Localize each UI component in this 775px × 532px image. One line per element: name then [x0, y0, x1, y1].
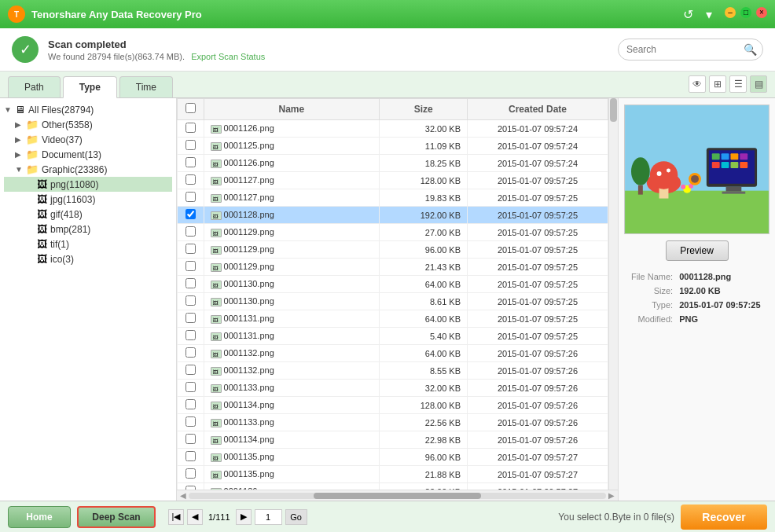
- search-input[interactable]: [618, 39, 763, 61]
- row-checkbox[interactable]: [185, 192, 196, 202]
- table-row[interactable]: 🖼0001134.png22.98 KB2015-01-07 09:57:26: [178, 431, 608, 449]
- tree-item-bmp[interactable]: 🖼 bmp(281): [4, 222, 172, 237]
- table-row[interactable]: 🖼0001134.png128.00 KB2015-01-07 09:57:26: [178, 397, 608, 414]
- deep-scan-button[interactable]: Deep Scan: [77, 506, 156, 528]
- table-row[interactable]: 🖼0001125.png11.09 KB2015-01-07 09:57:24: [178, 138, 608, 155]
- tab-time[interactable]: Time: [119, 76, 173, 97]
- tab-path[interactable]: Path: [8, 76, 61, 97]
- row-checkbox[interactable]: [185, 244, 196, 254]
- table-row[interactable]: 🖼0001129.png21.43 KB2015-01-07 09:57:25: [178, 259, 608, 276]
- row-checkbox[interactable]: [185, 382, 196, 392]
- tree-toggle: [26, 195, 37, 204]
- next-page-button[interactable]: ▶: [236, 509, 252, 525]
- row-checkbox[interactable]: [185, 451, 196, 461]
- row-checkbox[interactable]: [185, 174, 196, 185]
- table-row[interactable]: 🖼0001130.png8.61 KB2015-01-07 09:57:25: [178, 293, 608, 310]
- tree-item-other[interactable]: ▶ 📁 Other(5358): [4, 117, 172, 132]
- row-checkbox[interactable]: [185, 261, 196, 271]
- file-date-cell: 2015-01-07 09:57:26: [468, 362, 608, 380]
- tree-item-tif[interactable]: 🖼 tif(1): [4, 237, 172, 251]
- table-row[interactable]: 🖼0001135.png96.00 KB2015-01-07 09:57:27: [178, 449, 608, 466]
- tree-item-document[interactable]: ▶ 📁 Document(13): [4, 147, 172, 162]
- file-thumbnail-icon: 🖼: [211, 125, 222, 134]
- col-date: Created Date: [468, 99, 608, 120]
- tree-item-png[interactable]: 🖼 png(11080): [4, 177, 172, 192]
- row-checkbox[interactable]: [185, 157, 196, 167]
- file-thumbnail-icon: 🖼: [211, 402, 222, 410]
- row-checkbox[interactable]: [185, 313, 196, 323]
- table-row[interactable]: 🖼0001129.png27.00 KB2015-01-07 09:57:25: [178, 224, 608, 241]
- maximize-button[interactable]: □: [740, 7, 751, 18]
- tree-item-jpg[interactable]: 🖼 jpg(11603): [4, 192, 172, 207]
- file-size-cell: 96.00 KB: [380, 241, 468, 259]
- file-name-cell: 🖼0001130.png: [204, 276, 380, 293]
- table-row[interactable]: 🖼0001129.png96.00 KB2015-01-07 09:57:25: [178, 241, 608, 259]
- prev-page-button[interactable]: ◀: [187, 509, 203, 525]
- table-row[interactable]: 🖼0001133.png32.00 KB2015-01-07 09:57:26: [178, 380, 608, 397]
- row-checkbox[interactable]: [185, 123, 196, 133]
- row-checkbox[interactable]: [185, 330, 196, 340]
- minimize-button[interactable]: –: [725, 7, 736, 18]
- svg-rect-3: [625, 191, 769, 233]
- back-icon[interactable]: ↺: [683, 7, 693, 22]
- view-grid-button[interactable]: ⊞: [709, 75, 726, 93]
- table-row[interactable]: 🖼0001126.png32.00 KB2015-01-07 09:57:24: [178, 120, 608, 138]
- tab-type[interactable]: Type: [63, 76, 117, 98]
- arrow-down-icon[interactable]: ▾: [706, 7, 712, 22]
- table-row[interactable]: 🖼0001130.png64.00 KB2015-01-07 09:57:25: [178, 276, 608, 293]
- table-row[interactable]: 🖼0001127.png128.00 KB2015-01-07 09:57:25: [178, 172, 608, 189]
- row-checkbox[interactable]: [185, 278, 196, 288]
- tree-item-all-files[interactable]: ▼ 🖥 All Files(28794): [4, 102, 172, 117]
- file-date-cell: 2015-01-07 09:57:26: [468, 397, 608, 414]
- row-checkbox[interactable]: [185, 399, 196, 409]
- file-name-cell: 🖼0001129.png: [204, 241, 380, 259]
- row-checkbox[interactable]: [185, 347, 196, 358]
- file-name-cell: 🖼0001134.png: [204, 397, 380, 414]
- view-eye-button[interactable]: 👁: [689, 75, 706, 93]
- row-checkbox[interactable]: [185, 468, 196, 479]
- recover-button[interactable]: Recover: [681, 504, 767, 530]
- tree-item-ico[interactable]: 🖼 ico(3): [4, 251, 172, 266]
- table-row[interactable]: 🖼0001131.png64.00 KB2015-01-07 09:57:25: [178, 310, 608, 328]
- row-checkbox[interactable]: [185, 226, 196, 237]
- row-checkbox[interactable]: [185, 140, 196, 150]
- first-page-button[interactable]: |◀: [168, 509, 184, 525]
- scroll-right-icon[interactable]: ▶: [608, 491, 615, 500]
- scroll-left-icon[interactable]: ◀: [180, 491, 186, 500]
- tree-item-graphic[interactable]: ▼ 📁 Graphic(23386): [4, 162, 172, 177]
- home-button[interactable]: Home: [8, 506, 71, 528]
- page-input[interactable]: [255, 509, 282, 525]
- view-list-button[interactable]: ☰: [729, 75, 747, 93]
- search-button[interactable]: 🔍: [744, 43, 757, 56]
- table-row[interactable]: 🖼0001133.png22.56 KB2015-01-07 09:57:26: [178, 414, 608, 431]
- close-button[interactable]: ×: [756, 7, 767, 18]
- table-row[interactable]: 🖼0001135.png21.88 KB2015-01-07 09:57:27: [178, 466, 608, 483]
- vertical-scrollbar[interactable]: [608, 98, 618, 490]
- table-row[interactable]: 🖼0001136.png32.00 KB2015-01-07 09:57:27: [178, 483, 608, 490]
- go-button[interactable]: Go: [285, 509, 307, 525]
- table-row[interactable]: 🖼0001132.png64.00 KB2015-01-07 09:57:26: [178, 345, 608, 362]
- row-checkbox[interactable]: [185, 209, 196, 219]
- table-row[interactable]: 🖼0001128.png192.00 KB2015-01-07 09:57:25: [178, 207, 608, 224]
- table-row[interactable]: 🖼0001126.png18.25 KB2015-01-07 09:57:24: [178, 155, 608, 172]
- export-scan-link[interactable]: Export Scan Status: [191, 52, 265, 61]
- preview-size: 192.00 KB: [677, 284, 767, 297]
- table-row[interactable]: 🖼0001132.png8.55 KB2015-01-07 09:57:26: [178, 362, 608, 380]
- select-all-checkbox[interactable]: [185, 103, 196, 113]
- table-row[interactable]: 🖼0001131.png5.40 KB2015-01-07 09:57:25: [178, 328, 608, 345]
- row-checkbox[interactable]: [185, 416, 196, 427]
- view-details-button[interactable]: ▤: [750, 75, 767, 93]
- svg-rect-14: [726, 187, 742, 192]
- table-scroll[interactable]: Name Size Created Date 🖼0001126.png32.00…: [177, 98, 618, 490]
- row-checkbox[interactable]: [185, 295, 196, 306]
- preview-button[interactable]: Preview: [666, 240, 729, 261]
- table-row[interactable]: 🖼0001127.png19.83 KB2015-01-07 09:57:25: [178, 189, 608, 207]
- row-checkbox[interactable]: [185, 434, 196, 444]
- tree-toggle: [26, 225, 37, 233]
- tree-item-video[interactable]: ▶ 📁 Video(37): [4, 132, 172, 147]
- status-subtitle: We found 28794 file(s)(863.74 MB). Expor…: [48, 52, 618, 61]
- row-checkbox[interactable]: [185, 365, 196, 375]
- file-thumbnail-icon: 🖼: [211, 160, 222, 168]
- hscroll-track[interactable]: [189, 493, 606, 499]
- tree-item-gif[interactable]: 🖼 gif(418): [4, 207, 172, 222]
